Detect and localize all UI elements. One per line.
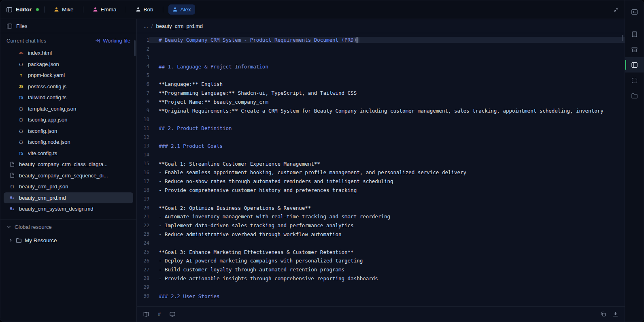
line-number: 21 (137, 214, 149, 220)
file-item-template-config-json[interactable]: {}template_config.json (4, 103, 133, 115)
file-item-beauty-crm-prd-json[interactable]: {}beauty_crm_prd.json (4, 181, 133, 192)
book-icon[interactable] (143, 311, 149, 318)
sidebar-panel-icon (6, 23, 13, 29)
user-tab-mike[interactable]: Mike (50, 4, 78, 15)
code-line-23[interactable]: 23- Reduce administrative overhead throu… (137, 230, 625, 239)
code-line-16[interactable]: 16- Enable seamless appointment booking,… (137, 168, 625, 177)
user-tab-alex[interactable]: Alex (168, 4, 195, 15)
notebook-icon[interactable] (625, 26, 644, 42)
code-line-10[interactable]: 10 (137, 115, 625, 124)
file-item-postcss-config-js[interactable]: JSpostcss.config.js (4, 81, 133, 92)
code-text: **Goal 3: Enhance Marketing Effectivenes… (149, 249, 625, 255)
file-type-html-icon: <> (18, 51, 24, 55)
folder-icon (16, 237, 22, 243)
global-resource-label: Global resource (15, 224, 52, 230)
code-line-7[interactable]: 7**Programming Language:** Shadcn-ui, Ty… (137, 89, 625, 98)
code-line-25[interactable]: 25**Goal 3: Enhance Marketing Effectiven… (137, 247, 625, 256)
file-type-file-icon (9, 162, 15, 167)
file-item-tsconfig-json[interactable]: {}tsconfig.json (4, 126, 133, 137)
code-line-19[interactable]: 19 (137, 194, 625, 203)
line-number: 10 (137, 117, 149, 122)
file-name: package.json (28, 61, 59, 67)
line-number: 9 (137, 108, 149, 113)
code-line-15[interactable]: 15**Goal 1: Streamline Customer Experien… (137, 159, 625, 168)
code-line-5[interactable]: 5 (137, 71, 625, 80)
placeholder-icon[interactable] (625, 73, 644, 88)
user-name: Alex (181, 6, 191, 13)
code-line-18[interactable]: 18- Provide comprehensive customer histo… (137, 186, 625, 195)
code-line-2[interactable]: 2 (137, 45, 625, 53)
code-line-4[interactable]: 4## 1. Language & Project Information (137, 62, 625, 71)
file-item-vite-config-ts[interactable]: TSvite.config.ts (4, 148, 133, 159)
file-type-json-icon: {} (18, 62, 24, 66)
code-line-27[interactable]: 27- Build customer loyalty through autom… (137, 265, 625, 274)
code-line-17[interactable]: 17- Reduce no-show rates through automat… (137, 177, 625, 186)
folder-panel-icon[interactable] (625, 88, 644, 103)
line-number: 23 (137, 231, 149, 237)
code-line-6[interactable]: 6**Language:** English (137, 80, 625, 89)
user-tab-emma[interactable]: Emma (89, 4, 121, 15)
code-line-28[interactable]: 28- Provide actionable insights through … (137, 274, 625, 283)
code-line-9[interactable]: 9**Original Requirements:** Create a CRM… (137, 106, 625, 115)
breadcrumb-ellipsis[interactable]: ... (144, 23, 148, 29)
global-resource-section[interactable]: Global resource (0, 220, 136, 234)
code-line-12[interactable]: 12 (137, 133, 625, 142)
code-line-21[interactable]: 21- Automate inventory management with r… (137, 212, 625, 221)
code-line-11[interactable]: 11## 2. Product Definition (137, 124, 625, 133)
editor-scrollbar[interactable] (622, 35, 623, 41)
file-item-beauty-company-crm-class-diagra[interactable]: beauty_company_crm_class_diagra... (4, 159, 133, 170)
line-number: 24 (137, 240, 149, 246)
user-tab-bob[interactable]: Bob (132, 4, 157, 15)
code-text: ## 1. Language & Project Information (149, 64, 625, 70)
line-number: 25 (137, 249, 149, 255)
file-item-index-html[interactable]: <>index.html (4, 47, 133, 59)
code-text: - Reduce administrative overhead through… (149, 231, 625, 237)
code-line-26[interactable]: 26- Deploy AI-powered marketing campaign… (137, 256, 625, 265)
line-number: 26 (137, 258, 149, 264)
code-line-3[interactable]: 3 (137, 53, 625, 62)
hash-icon[interactable]: # (156, 311, 162, 317)
line-number: 30 (137, 293, 149, 299)
code-line-20[interactable]: 20**Goal 2: Optimize Business Operations… (137, 203, 625, 212)
file-item-tsconfig-node-json[interactable]: {}tsconfig.node.json (4, 136, 133, 148)
code-line-22[interactable]: 22- Implement data-driven sales tracking… (137, 221, 625, 230)
code-line-1[interactable]: 1# Beauty Company CRM System - Product R… (137, 36, 625, 45)
code-line-29[interactable]: 29 (137, 283, 625, 292)
code-line-30[interactable]: 30### 2.2 User Stories (137, 292, 625, 301)
file-item-beauty-crm-prd-md[interactable]: M↓beauty_crm_prd.md (4, 192, 133, 204)
terminal-icon[interactable] (625, 4, 644, 19)
file-name: vite.config.ts (28, 150, 57, 156)
archive-icon[interactable] (625, 42, 644, 57)
file-item-pnpm-lock-yaml[interactable]: Ypnpm-lock.yaml (4, 70, 133, 81)
file-item-beauty-company-crm-sequence-di[interactable]: beauty_company_crm_sequence_di... (4, 170, 133, 181)
svg-text:#: # (158, 311, 161, 317)
code-text: **Project Name:** beauty_company_crm (149, 99, 625, 105)
code-line-14[interactable]: 14 (137, 150, 625, 159)
file-name: tailwind.config.ts (28, 94, 66, 100)
collapse-window-icon[interactable] (613, 7, 619, 13)
code-line-24[interactable]: 24 (137, 239, 625, 247)
copy-icon[interactable] (600, 311, 606, 317)
code-line-13[interactable]: 13### 2.1 Product Goals (137, 142, 625, 151)
online-status-dot (36, 8, 39, 11)
file-item-package-json[interactable]: {}package.json (4, 59, 133, 70)
file-type-json-icon: {} (18, 107, 24, 111)
code-text: - Deploy AI-powered marketing campaigns … (149, 258, 625, 264)
file-item-beauty-crm-system-design-md[interactable]: M↓beauty_crm_system_design.md (4, 203, 133, 215)
file-item-tsconfig-app-json[interactable]: {}tsconfig.app.json (4, 114, 133, 126)
code-editor[interactable]: 1# Beauty Company CRM System - Product R… (137, 33, 625, 306)
monitor-icon[interactable] (169, 311, 176, 318)
sidebar-scrollbar[interactable] (134, 40, 136, 56)
editor-icon[interactable] (625, 57, 644, 73)
code-text: # Beauty Company CRM System - Product Re… (149, 37, 625, 43)
file-item-tailwind-config-ts[interactable]: TStailwind.config.ts (4, 92, 133, 103)
line-number: 2 (137, 46, 149, 52)
my-resource-folder[interactable]: My Resource (0, 234, 136, 247)
file-type-file-icon (9, 173, 15, 178)
breadcrumb-separator: / (151, 23, 153, 29)
file-name: beauty_crm_system_design.md (19, 206, 94, 212)
code-line-8[interactable]: 8**Project Name:** beauty_company_crm (137, 98, 625, 107)
code-text: **Goal 2: Optimize Business Operations &… (149, 205, 625, 211)
download-icon[interactable] (612, 311, 618, 317)
working-file-link[interactable]: Working file (95, 38, 130, 44)
